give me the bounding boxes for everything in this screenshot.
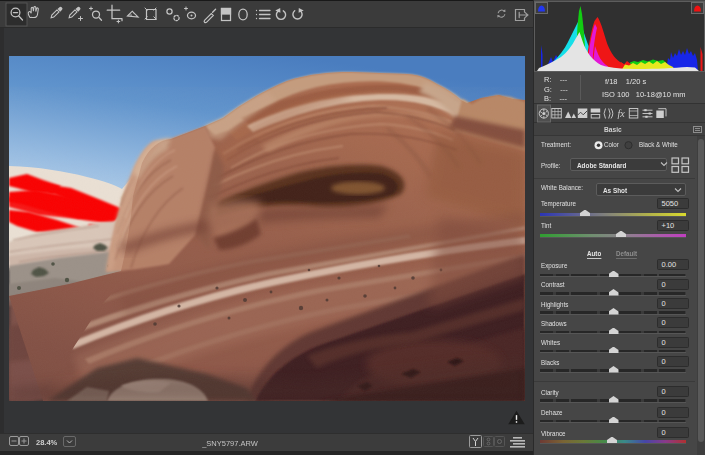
- svg-text:fx: fx: [618, 108, 626, 119]
